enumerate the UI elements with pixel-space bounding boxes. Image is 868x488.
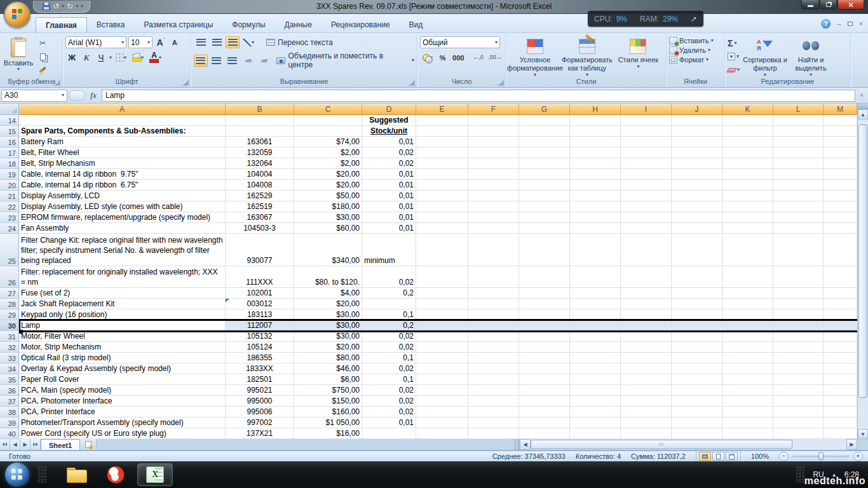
cell-I40[interactable] bbox=[621, 428, 672, 439]
row-header-31[interactable]: 31 bbox=[0, 331, 19, 342]
cell-I21[interactable] bbox=[621, 191, 672, 201]
cell-H34[interactable] bbox=[570, 363, 621, 374]
cell-H20[interactable] bbox=[570, 180, 621, 191]
cell-G29[interactable] bbox=[519, 309, 570, 320]
cell-B30[interactable]: 112007 bbox=[226, 320, 294, 331]
cell-F35[interactable] bbox=[468, 374, 519, 385]
tab-split-handle[interactable] bbox=[515, 439, 520, 450]
column-header-L[interactable]: L bbox=[773, 104, 824, 115]
cell-I31[interactable] bbox=[621, 331, 672, 342]
cell-G27[interactable] bbox=[519, 288, 570, 299]
cell-A19[interactable]: Cable, internal 14 dip ribbon 9.75" bbox=[19, 169, 226, 180]
cell-F21[interactable] bbox=[468, 191, 519, 201]
cell-K17[interactable] bbox=[722, 147, 773, 158]
cell-F17[interactable] bbox=[468, 147, 519, 158]
row-header-34[interactable]: 34 bbox=[0, 363, 19, 374]
cell-J39[interactable] bbox=[672, 417, 722, 428]
cell-M14[interactable] bbox=[824, 115, 857, 126]
cell-D36[interactable]: 0,02 bbox=[362, 385, 416, 396]
cell-C33[interactable]: $80,00 bbox=[294, 353, 362, 363]
cell-G32[interactable] bbox=[519, 342, 570, 353]
cell-C31[interactable]: $30,00 bbox=[294, 331, 362, 342]
cell-D25[interactable]: minimum bbox=[362, 234, 416, 266]
horizontal-scroll-thumb[interactable] bbox=[531, 440, 792, 449]
increase-decimal-button[interactable]: ←,0 bbox=[471, 51, 485, 64]
cell-K35[interactable] bbox=[722, 374, 773, 385]
cell-G17[interactable] bbox=[519, 147, 570, 158]
cell-D26[interactable]: 0,02 bbox=[362, 266, 416, 288]
tab-home[interactable]: Главная bbox=[36, 17, 87, 32]
cell-M17[interactable] bbox=[824, 147, 857, 158]
tab-view[interactable]: Вид bbox=[400, 17, 433, 32]
view-normal-button[interactable] bbox=[699, 452, 711, 461]
cell-H14[interactable] bbox=[570, 115, 621, 126]
taskbar-explorer-button[interactable] bbox=[58, 463, 94, 486]
font-dialog-launcher[interactable] bbox=[182, 79, 189, 86]
cell-D38[interactable]: 0,02 bbox=[362, 407, 416, 417]
cell-M30[interactable] bbox=[824, 320, 857, 331]
cell-M33[interactable] bbox=[824, 353, 857, 363]
align-top-button[interactable] bbox=[194, 36, 208, 48]
cell-H15[interactable] bbox=[570, 126, 621, 137]
cell-F33[interactable] bbox=[468, 353, 519, 363]
cell-I33[interactable] bbox=[621, 353, 672, 363]
cell-F15[interactable] bbox=[468, 126, 519, 137]
cell-J37[interactable] bbox=[672, 396, 722, 407]
cell-J35[interactable] bbox=[672, 374, 722, 385]
cut-button[interactable]: ✂ bbox=[36, 37, 50, 49]
cell-M23[interactable] bbox=[824, 212, 857, 223]
cell-B20[interactable]: 104008 bbox=[226, 180, 294, 191]
align-center-button[interactable] bbox=[210, 55, 224, 67]
column-header-G[interactable]: G bbox=[519, 104, 570, 115]
cell-A24[interactable]: Fan Assembly bbox=[19, 223, 226, 234]
tab-insert[interactable]: Вставка bbox=[87, 17, 135, 32]
cell-F22[interactable] bbox=[468, 201, 519, 212]
orientation-button[interactable]: ▾ bbox=[241, 36, 255, 48]
insert-worksheet-button[interactable] bbox=[80, 439, 97, 450]
cell-E26[interactable] bbox=[416, 266, 468, 288]
cell-L21[interactable] bbox=[773, 191, 824, 201]
cell-E33[interactable] bbox=[416, 353, 468, 363]
cell-L39[interactable] bbox=[773, 417, 824, 428]
cell-H21[interactable] bbox=[570, 191, 621, 201]
cell-I30[interactable] bbox=[621, 320, 672, 331]
office-button[interactable] bbox=[4, 1, 31, 28]
cell-K21[interactable] bbox=[722, 191, 773, 201]
tab-data[interactable]: Данные bbox=[275, 17, 322, 32]
cell-E21[interactable] bbox=[416, 191, 468, 201]
cell-J19[interactable] bbox=[672, 169, 722, 180]
cell-C38[interactable]: $160,00 bbox=[294, 407, 362, 417]
cell-C21[interactable]: $50,00 bbox=[294, 191, 362, 201]
cell-L26[interactable] bbox=[773, 266, 824, 288]
cell-L14[interactable] bbox=[773, 115, 824, 126]
cell-J40[interactable] bbox=[672, 428, 722, 439]
cell-B25[interactable]: 930077 bbox=[226, 234, 294, 266]
cell-D29[interactable]: 0,1 bbox=[362, 309, 416, 320]
zoom-out-button[interactable]: − bbox=[779, 452, 789, 461]
row-header-29[interactable]: 29 bbox=[0, 309, 19, 320]
cell-D20[interactable]: 0,01 bbox=[362, 180, 416, 191]
cell-H35[interactable] bbox=[570, 374, 621, 385]
close-button[interactable]: × bbox=[837, 0, 864, 10]
row-header-16[interactable]: 16 bbox=[0, 137, 19, 147]
cell-E39[interactable] bbox=[416, 417, 468, 428]
row-header-38[interactable]: 38 bbox=[0, 407, 19, 417]
cell-G16[interactable] bbox=[519, 137, 570, 147]
cell-C37[interactable]: $150,00 bbox=[294, 396, 362, 407]
last-sheet-icon[interactable]: ⏵⏵ bbox=[31, 439, 41, 450]
cell-G26[interactable] bbox=[519, 266, 570, 288]
cell-A33[interactable]: Optical Rail (3 strip model) bbox=[19, 353, 226, 363]
cell-A14[interactable] bbox=[19, 115, 226, 126]
cell-J38[interactable] bbox=[672, 407, 722, 417]
autosum-button[interactable]: Σ▾ bbox=[728, 37, 740, 49]
select-all-corner[interactable] bbox=[0, 104, 19, 115]
italic-button[interactable]: К bbox=[80, 51, 93, 64]
cell-G25[interactable] bbox=[519, 234, 570, 266]
insert-cells-button[interactable]: Вставить▾ bbox=[669, 37, 722, 44]
cell-E28[interactable] bbox=[416, 299, 468, 309]
cell-C39[interactable]: $1 050,00 bbox=[294, 417, 362, 428]
cell-M28[interactable] bbox=[824, 299, 857, 309]
cell-J22[interactable] bbox=[672, 201, 722, 212]
cell-M29[interactable] bbox=[824, 309, 857, 320]
cell-E31[interactable] bbox=[416, 331, 468, 342]
